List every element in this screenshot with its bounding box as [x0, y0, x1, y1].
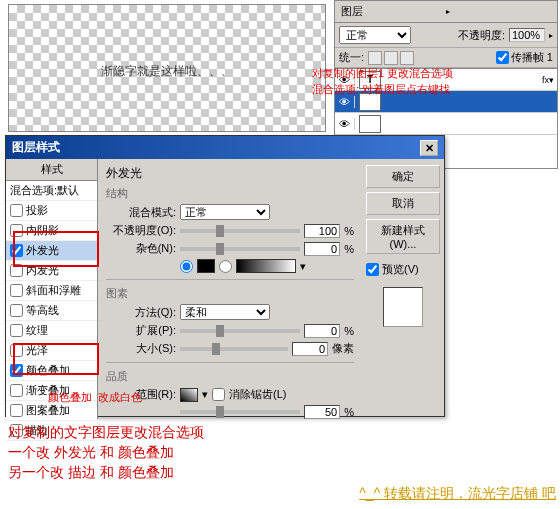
noise-input[interactable]: 0	[304, 242, 340, 256]
blend-mode-field[interactable]: 正常	[180, 204, 270, 220]
annotation: 颜色叠加 改成白色	[48, 390, 142, 405]
sub-elements: 图素	[106, 286, 354, 301]
close-icon[interactable]: ✕	[420, 140, 438, 156]
range-slider[interactable]	[180, 410, 300, 414]
highlight-box	[13, 343, 99, 375]
instruction-1: 对复制的文字图层更改混合选项	[8, 424, 204, 442]
ok-button[interactable]: 确定	[366, 165, 440, 188]
antialias-check[interactable]	[212, 388, 225, 401]
size-slider[interactable]	[180, 347, 288, 351]
panel-menu-icon[interactable]: ▸	[446, 7, 551, 16]
layer-item[interactable]: 👁	[335, 113, 557, 135]
size-input[interactable]: 0	[292, 342, 328, 356]
color-radio[interactable]	[180, 260, 193, 273]
canvas-text: 渐隐字就是这样啦、、、	[101, 63, 233, 80]
canvas: 渐隐字就是这样啦、、、	[8, 4, 326, 132]
opacity-label: 不透明度:	[458, 28, 505, 43]
opacity-slider[interactable]	[180, 229, 300, 233]
spread-slider[interactable]	[180, 329, 300, 333]
styles-header: 样式	[6, 159, 97, 181]
new-style-button[interactable]: 新建样式(W)...	[366, 219, 440, 254]
color-swatch[interactable]	[197, 259, 215, 273]
gradient-radio[interactable]	[219, 260, 232, 273]
lock-label: 统一:	[339, 50, 364, 65]
technique-select[interactable]: 柔和	[180, 304, 270, 320]
gradient-swatch[interactable]	[236, 259, 296, 273]
visibility-icon[interactable]: 👁	[335, 118, 355, 130]
sub-quality: 品质	[106, 369, 354, 384]
annotation: 混合选项: 对着图层点右键找	[312, 82, 450, 97]
dialog-titlebar[interactable]: 图层样式 ✕	[6, 136, 444, 159]
spread-input[interactable]: 0	[304, 324, 340, 338]
opacity-value[interactable]: 100%	[509, 28, 545, 42]
visibility-icon[interactable]: 👁	[335, 96, 355, 108]
instruction-2: 一个改 外发光 和 颜色叠加	[8, 444, 174, 462]
style-texture[interactable]: 纹理	[6, 321, 97, 341]
instruction-3: 另一个改 描边 和 颜色叠加	[8, 464, 174, 482]
opacity-input[interactable]: 100	[304, 224, 340, 238]
credit-text: ^_^ 转载请注明，流光字店铺 吧	[359, 485, 556, 503]
highlight-box	[13, 231, 99, 267]
style-drop-shadow[interactable]: 投影	[6, 201, 97, 221]
noise-slider[interactable]	[180, 247, 300, 251]
layers-tab[interactable]: 图层▸	[335, 1, 557, 23]
layer-thumb	[359, 115, 381, 133]
cancel-button[interactable]: 取消	[366, 192, 440, 215]
blend-mode-select[interactable]: 正常	[339, 26, 411, 44]
lock-icons[interactable]	[368, 51, 414, 65]
style-blend-default[interactable]: 混合选项:默认	[6, 181, 97, 201]
annotation: 对复制的图层1 更改混合选项	[312, 66, 453, 81]
preview-swatch	[383, 287, 423, 327]
preview-check[interactable]: 预览(V)	[366, 262, 440, 277]
sub-structure: 结构	[106, 186, 354, 201]
range-input[interactable]: 50	[304, 405, 340, 419]
style-contour[interactable]: 等高线	[6, 301, 97, 321]
section-title: 外发光	[106, 165, 354, 182]
style-bevel[interactable]: 斜面和浮雕	[6, 281, 97, 301]
contour-picker[interactable]	[180, 388, 198, 402]
propagate-frame[interactable]: 传播帧 1	[496, 50, 553, 65]
